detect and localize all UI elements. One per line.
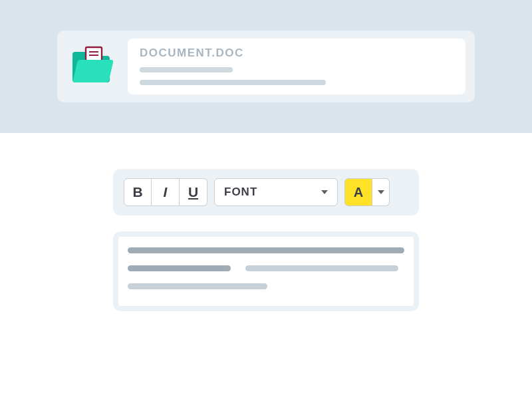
content-row <box>128 265 404 271</box>
editor-area: B I U FONT A <box>0 133 532 311</box>
chevron-down-icon <box>321 190 328 194</box>
bold-button[interactable]: B <box>124 178 152 206</box>
content-line <box>128 247 404 253</box>
placeholder-line <box>140 80 326 85</box>
content-line <box>128 265 231 271</box>
document-info-card[interactable]: DOCUMENT.DOC <box>128 39 466 94</box>
content-line <box>128 283 267 289</box>
text-style-group: B I U <box>124 178 207 206</box>
text-color-button[interactable]: A <box>344 178 372 206</box>
text-color-dropdown[interactable] <box>372 178 390 206</box>
chevron-down-icon <box>378 190 384 194</box>
folder-icon <box>66 41 118 92</box>
font-select[interactable]: FONT <box>214 178 338 206</box>
header-band: DOCUMENT.DOC <box>0 0 532 133</box>
content-line <box>245 265 398 271</box>
placeholder-line <box>140 67 233 72</box>
font-select-label: FONT <box>224 186 257 199</box>
text-color-group: A <box>344 178 390 206</box>
document-content[interactable] <box>113 231 419 311</box>
formatting-toolbar: B I U FONT A <box>113 169 419 215</box>
italic-button[interactable]: I <box>152 178 180 206</box>
underline-button[interactable]: U <box>180 178 207 206</box>
file-card: DOCUMENT.DOC <box>57 31 475 102</box>
document-title: DOCUMENT.DOC <box>140 47 454 60</box>
